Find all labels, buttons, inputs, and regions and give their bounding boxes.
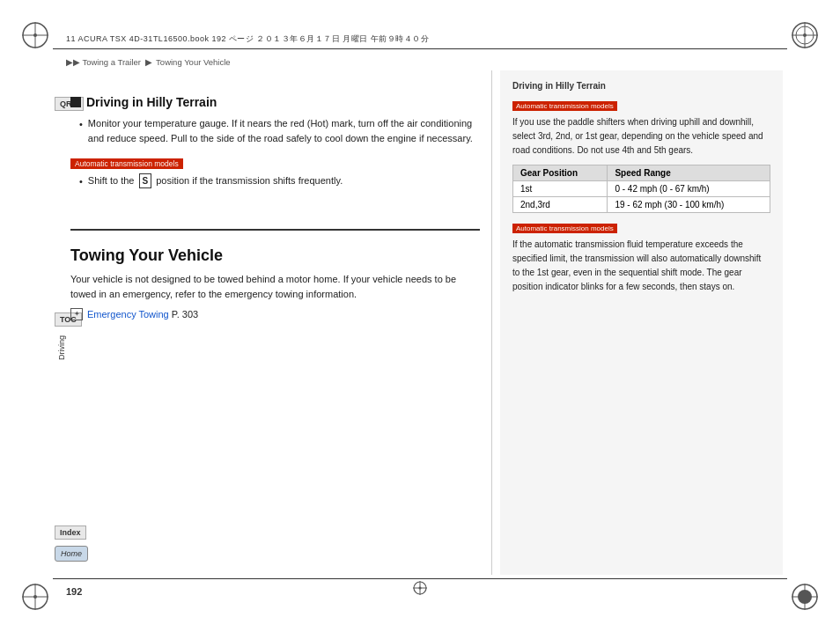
corner-br [787,579,822,614]
right-section-title: Driving in Hilly Terrain [512,81,770,92]
svg-point-7 [803,33,807,37]
driving-label: Driving [57,335,66,360]
svg-point-3 [33,33,37,37]
speed-range-2nd3rd: 19 - 62 mph (30 - 100 km/h) [608,197,770,213]
corner-tr [787,18,822,53]
link-icon: ✦ [70,308,83,320]
bullet-dot-2: • [79,174,83,189]
gear-position-1st: 1st [513,181,608,197]
towing-heading: Towing Your Vehicle [70,246,480,265]
hilly-terrain-bullets-2: • Shift to the S position if the transmi… [79,173,480,189]
right-badge-2: Automatic transmission models [512,224,617,233]
speed-range-1st: 0 - 42 mph (0 - 67 km/h) [608,181,770,197]
bullet-text-2: Shift to the S position if the transmiss… [88,173,343,189]
bullet-dot-1: • [79,117,83,145]
corner-bl [18,579,53,614]
svg-point-17 [798,590,812,604]
bullet-item-1: • Monitor your temperature gauge. If it … [79,116,480,145]
top-meta: 11 ACURA TSX 4D-31TL16500.book 192 ページ ２… [66,33,429,45]
breadcrumb-part2: Towing Your Vehicle [156,57,231,67]
section-black-square [70,97,81,107]
bullet-text-1: Monitor your temperature gauge. If it ne… [88,116,480,145]
right-text-2: If the automatic transmission fluid temp… [512,238,770,294]
page-number: 192 [66,586,82,597]
link-page-ref: P. 303 [172,309,198,320]
hilly-terrain-heading: Driving in Hilly Terrain [70,95,480,109]
right-badge-1: Automatic transmission models [512,101,617,111]
table-row: 2nd,3rd 19 - 62 mph (30 - 100 km/h) [513,197,770,213]
hilly-terrain-title: Driving in Hilly Terrain [86,95,217,109]
svg-point-12 [33,595,37,599]
gear-table-header-position: Gear Position [513,165,608,181]
bullet-item-2: • Shift to the S position if the transmi… [79,173,480,189]
header-line [53,48,787,49]
emergency-towing-link-row[interactable]: ✦ Emergency Towing P. 303 [70,308,480,320]
gear-table-header-speed: Speed Range [608,165,770,181]
gear-table: Gear Position Speed Range 1st 0 - 42 mph… [512,165,770,213]
breadcrumb-arrow2: ▶ [145,57,152,67]
right-text-1: If you use the paddle shifters when driv… [512,115,770,158]
table-row: 1st 0 - 42 mph (0 - 67 km/h) [513,181,770,197]
bottom-center-crosshair [411,579,429,597]
right-column: Driving in Hilly Terrain Automatic trans… [500,70,783,575]
emergency-towing-link[interactable]: Emergency Towing [87,309,169,320]
s-box: S [139,173,152,188]
breadcrumb: ▶▶ Towing a Trailer ▶ Towing Your Vehicl… [66,57,231,67]
svg-point-21 [419,587,422,590]
towing-text: Your vehicle is not designed to be towed… [70,272,480,303]
corner-tl [18,18,53,53]
gear-position-2nd3rd: 2nd,3rd [513,197,608,213]
breadcrumb-part1: Towing a Trailer [82,57,141,67]
auto-trans-badge-1: Automatic transmission models [70,158,183,169]
vertical-divider [491,70,492,575]
hilly-terrain-bullets: • Monitor your temperature gauge. If it … [79,116,480,145]
left-column: Driving in Hilly Terrain • Monitor your … [70,70,480,575]
breadcrumb-arrow1: ▶▶ [66,57,80,67]
